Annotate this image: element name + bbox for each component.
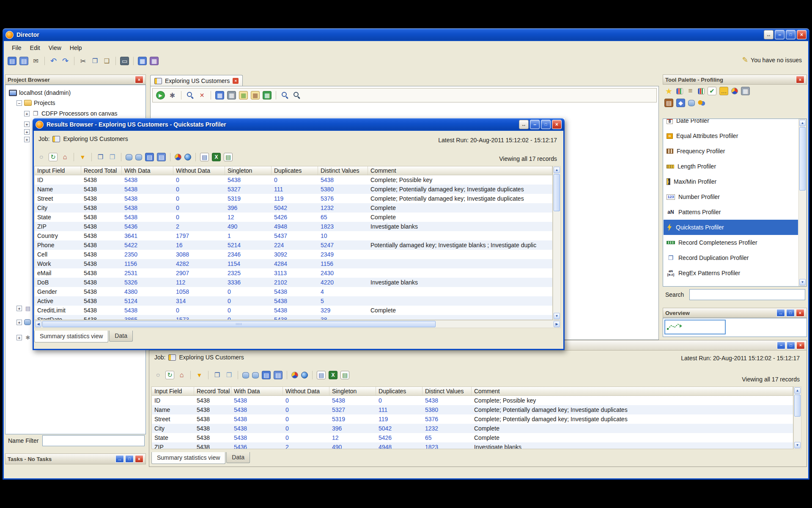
column-header-distinct-values[interactable]: Distinct Values <box>318 166 368 175</box>
scrollbar-thumb[interactable] <box>799 127 806 190</box>
export-db-icon[interactable] <box>242 372 249 378</box>
cell-distinct-values[interactable]: 65 <box>422 433 472 442</box>
speech-icon[interactable]: … <box>719 87 728 95</box>
cell-with-data[interactable]: 2531 <box>122 268 173 278</box>
cell-without-data[interactable]: 0 <box>173 175 225 185</box>
palette-item-patterns-profiler[interactable]: aNPatterns Profiler <box>664 204 798 220</box>
palette-scrollbar[interactable] <box>798 119 807 286</box>
cell-distinct-values[interactable]: 5438 <box>318 175 368 185</box>
cell-with-data[interactable]: 5436 <box>122 222 173 231</box>
cell-singleton[interactable]: 0 <box>225 315 272 320</box>
tab-summary-statistics[interactable]: Summary statistics view <box>151 452 225 464</box>
export-db-icon[interactable] <box>126 154 132 160</box>
save-all-icon[interactable]: ▤ <box>19 57 28 65</box>
cell-distinct-values[interactable]: 1823 <box>422 442 472 449</box>
scroll-up-icon[interactable] <box>799 120 806 126</box>
row-city[interactable]: City54385438039650421232Complete <box>152 424 793 433</box>
collapse-icon[interactable]: − <box>16 100 22 106</box>
cell-singleton[interactable]: 0 <box>225 306 272 315</box>
cell-distinct-values[interactable]: 5376 <box>422 414 472 424</box>
cell-without-data[interactable]: 0 <box>173 203 225 213</box>
cell-duplicates[interactable]: 5438 <box>272 296 318 306</box>
cell-with-data[interactable]: 5438 <box>231 414 283 424</box>
close-icon[interactable] <box>552 120 562 129</box>
export-db-add-icon[interactable] <box>252 372 259 378</box>
cell-distinct-values[interactable]: 4220 <box>318 278 368 287</box>
table-paste-icon[interactable]: ▦ <box>251 91 260 99</box>
cell-duplicates[interactable]: 111 <box>376 405 422 414</box>
paste-icon[interactable]: ❑ <box>102 57 111 65</box>
tab-data[interactable]: Data <box>226 452 250 463</box>
cell-duplicates[interactable]: 119 <box>272 194 318 203</box>
row-street[interactable]: Street54385438053191195376Complete; Pote… <box>152 414 793 424</box>
cell-duplicates[interactable]: 5426 <box>376 433 422 442</box>
save-icon[interactable]: ▤ <box>8 57 16 65</box>
cell-with-data[interactable]: 5326 <box>122 278 173 287</box>
cell-with-data[interactable]: 5438 <box>231 433 283 442</box>
cell-without-data[interactable]: 2 <box>283 442 329 449</box>
cell-without-data[interactable]: 16 <box>173 240 225 250</box>
close-icon[interactable] <box>797 30 807 39</box>
scroll-up-icon[interactable] <box>554 167 560 173</box>
report-export-icon[interactable]: ▤ <box>224 153 233 161</box>
column-header-comment[interactable]: Comment <box>368 166 552 175</box>
cell-singleton[interactable]: 5327 <box>329 405 376 414</box>
cell-with-data[interactable]: 5436 <box>231 442 283 449</box>
copy-icon[interactable]: ❐ <box>213 371 222 379</box>
cell-with-data[interactable]: 5438 <box>122 213 173 222</box>
drill-icon[interactable]: ≡ <box>686 87 695 95</box>
column-header-input-field[interactable]: Input Field <box>152 387 194 396</box>
cell-without-data[interactable]: 314 <box>173 296 225 306</box>
overview-thumbnail[interactable] <box>664 320 726 334</box>
cell-without-data[interactable]: 1573 <box>173 315 225 320</box>
cell-singleton[interactable]: 490 <box>225 222 272 231</box>
overview-float-icon[interactable] <box>776 309 785 317</box>
palette-item-quickstats-profiler[interactable]: Quickstats Profiler <box>664 220 798 235</box>
cell-without-data[interactable]: 0 <box>283 433 329 442</box>
cell-without-data[interactable]: 0 <box>283 396 329 405</box>
cell-without-data[interactable]: 0 <box>173 185 225 194</box>
cell-singleton[interactable]: 1 <box>225 231 272 240</box>
column-header-record-total[interactable]: Record Total <box>81 166 122 175</box>
horizontal-scrollbar[interactable] <box>34 320 561 328</box>
palette-item-record-completeness-profiler[interactable]: Record Completeness Profiler <box>664 235 798 250</box>
copy-icon[interactable]: ❐ <box>96 153 105 161</box>
tab-close-icon[interactable] <box>233 78 239 84</box>
save-grid-icon[interactable]: ▤ <box>145 153 154 161</box>
maximize-icon[interactable] <box>786 30 796 39</box>
cell-distinct-values[interactable]: 5376 <box>318 194 368 203</box>
row-country[interactable]: Country5438364117971543710 <box>35 231 552 240</box>
cell-with-data[interactable]: 2350 <box>122 250 173 259</box>
cell-with-data[interactable]: 5124 <box>122 296 173 306</box>
publish-icon[interactable]: ✉ <box>31 57 40 65</box>
back-icon[interactable]: ○ <box>154 371 162 379</box>
export-db-add-icon[interactable] <box>135 154 142 160</box>
people-icon[interactable] <box>698 99 705 106</box>
cell-duplicates[interactable]: 5042 <box>272 203 318 213</box>
cell-without-data[interactable]: 2907 <box>173 268 225 278</box>
cell-distinct-values[interactable]: 5380 <box>318 185 368 194</box>
cell-distinct-values[interactable]: 5380 <box>422 405 472 414</box>
row-cell[interactable]: Cell543823503088234630922349 <box>35 250 552 259</box>
palette-item-equal-attributes-profiler[interactable]: =Equal Attributes Profiler <box>664 128 798 144</box>
chart-globe-icon[interactable] <box>301 372 308 378</box>
cell-singleton[interactable]: 396 <box>225 203 272 213</box>
undo-icon[interactable]: ↶ <box>49 57 58 65</box>
scrollbar-thumb[interactable] <box>794 395 801 417</box>
tree-node[interactable]: + <box>24 121 30 127</box>
palette-item-number-profiler[interactable]: 123Number Profiler <box>664 189 798 204</box>
cell-with-data[interactable]: 5422 <box>122 240 173 250</box>
cell-with-data[interactable]: 3865 <box>122 315 173 320</box>
tree-node[interactable]: + <box>24 137 30 142</box>
cell-with-data[interactable]: 4380 <box>122 287 173 296</box>
column-header-record-total[interactable]: Record Total <box>194 387 231 396</box>
tab-data[interactable]: Data <box>109 331 133 342</box>
cell-singleton[interactable]: 3336 <box>225 278 272 287</box>
expand-icon[interactable]: + <box>24 111 30 116</box>
expand-icon[interactable]: + <box>16 306 22 311</box>
scroll-down-icon[interactable] <box>799 279 806 285</box>
cell-with-data[interactable]: 5438 <box>122 306 173 315</box>
table-copy-icon[interactable]: ▦ <box>239 91 248 99</box>
scroll-left-icon[interactable] <box>35 321 41 327</box>
cell-distinct-values[interactable]: 38 <box>318 315 368 320</box>
